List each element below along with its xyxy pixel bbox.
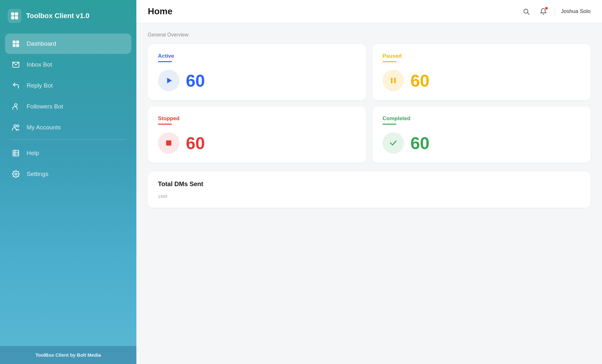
svg-rect-6 [13,44,16,47]
dashboard-icon [11,39,20,48]
notification-badge [545,6,548,10]
svg-point-16 [15,173,17,175]
dms-section: Total DMs Sent 1400 [148,172,591,208]
search-button[interactable] [520,6,532,17]
sidebar-item-inbox-bot[interactable]: Inbox Bot [5,55,131,75]
sidebar-header: Toolbox Client v1.0 [0,0,136,30]
section-title: General Overview [148,32,591,38]
sidebar-item-reply-bot[interactable]: Reply Bot [5,75,131,96]
app-title: Toolbox Client v1.0 [26,12,89,20]
svg-rect-12 [13,150,19,156]
settings-icon [11,170,20,179]
completed-card: Completed 60 [372,107,591,163]
accounts-icon [11,123,20,132]
sidebar-item-help[interactable]: Help [5,143,131,163]
paused-value-row: 60 [383,70,580,91]
app-logo [8,9,22,23]
sidebar-nav: Dashboard Inbox Bot Reply Bot [0,30,136,346]
stopped-card: Stopped 60 [148,107,366,163]
active-card: Active 60 [148,44,366,100]
svg-rect-4 [13,41,16,43]
svg-rect-7 [16,44,19,47]
completed-underline [383,124,396,125]
completed-label: Completed [383,115,580,122]
stopped-value-row: 60 [158,132,356,154]
sidebar: Toolbox Client v1.0 Dashboard [0,0,136,364]
sidebar-item-followers-bot[interactable]: Followers Bot [5,96,131,117]
svg-rect-20 [391,78,393,83]
stopped-value: 60 [186,133,205,153]
user-name: Joshua Solo [561,8,591,15]
svg-rect-3 [15,16,18,19]
followers-icon [11,102,20,111]
svg-point-9 [15,104,17,106]
topbar: Home Joshua Solo [136,0,602,23]
paused-card: Paused 60 [372,44,591,100]
overview-grid: Active 60 Paused [148,44,591,163]
sidebar-footer: ToolBox Client by Bolt Media [0,346,136,364]
help-icon [11,149,20,158]
main-content: Home Joshua Solo General Overview [136,0,602,364]
svg-line-18 [528,13,529,14]
paused-label: Paused [383,53,580,59]
sidebar-item-accounts-label: My Accounts [27,124,61,131]
svg-rect-0 [11,12,14,16]
topbar-right: Joshua Solo [520,6,591,17]
topbar-divider [555,7,555,16]
paused-icon-circle [383,70,404,91]
nav-divider [10,140,126,140]
sidebar-item-dashboard-label: Dashboard [27,40,56,47]
paused-value: 60 [410,71,429,90]
completed-value: 60 [410,133,429,153]
svg-point-11 [17,125,19,127]
sidebar-item-my-accounts[interactable]: My Accounts [5,117,131,138]
active-underline [158,61,172,62]
active-value: 60 [186,71,205,90]
stopped-underline [158,124,172,125]
chart-label: 1400 [158,194,580,199]
paused-underline [383,61,396,62]
footer-text: ToolBox Client by Bolt Media [36,352,101,358]
sidebar-item-help-label: Help [27,150,39,157]
sidebar-item-settings[interactable]: Settings [5,164,131,184]
stopped-label: Stopped [158,115,356,122]
stopped-icon-circle [158,132,180,154]
svg-rect-22 [166,140,171,146]
completed-icon-circle [383,132,404,154]
svg-rect-1 [15,12,18,16]
svg-rect-2 [11,16,14,19]
inbox-icon [11,60,20,69]
content-area: General Overview Active 60 Paused [136,23,602,364]
sidebar-item-inbox-label: Inbox Bot [27,61,52,68]
page-title: Home [148,6,173,16]
sidebar-item-reply-label: Reply Bot [27,82,53,89]
svg-rect-21 [394,78,396,83]
notification-button[interactable] [538,6,549,17]
active-icon-circle [158,70,180,91]
dms-title: Total DMs Sent [158,180,580,188]
sidebar-item-dashboard[interactable]: Dashboard [5,34,131,54]
sidebar-item-settings-label: Settings [27,171,49,178]
completed-value-row: 60 [383,132,580,154]
svg-point-10 [14,125,16,127]
reply-icon [11,81,20,90]
active-label: Active [158,53,356,59]
svg-marker-19 [167,78,172,83]
svg-rect-5 [16,41,19,43]
sidebar-item-followers-label: Followers Bot [27,103,63,110]
active-value-row: 60 [158,70,356,91]
